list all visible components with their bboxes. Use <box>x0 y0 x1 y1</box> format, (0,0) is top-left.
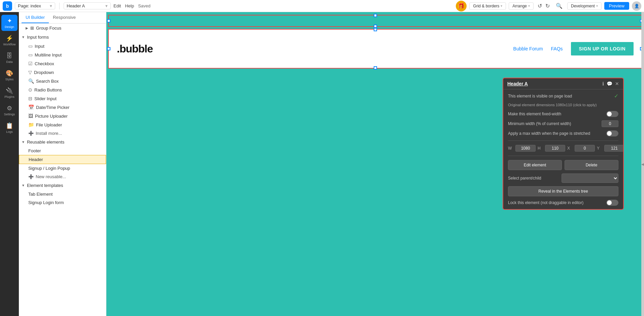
search-button[interactable]: 🔍 <box>554 2 565 10</box>
element-datetime-picker[interactable]: 📅 Date/Time Picker <box>19 103 106 112</box>
main-layout: ✦ Design ⚡ Workflow 🗄 Data 🎨 Styles 🔌 Pl… <box>0 12 644 316</box>
edit-delete-row: Edit element Delete <box>508 160 618 170</box>
header-handle-left[interactable] <box>107 47 110 50</box>
parent-child-select[interactable] <box>562 173 618 183</box>
preview-button[interactable]: Preview <box>604 2 629 10</box>
slider-icon: ⊟ <box>28 96 32 101</box>
element-footer[interactable]: Footer <box>19 147 106 155</box>
nav-logs[interactable]: 📋 Logs <box>1 120 18 136</box>
max-width-label: Apply a max width when the page is stret… <box>508 131 604 136</box>
radio-icon: ⊙ <box>28 87 32 92</box>
nav-styles[interactable]: 🎨 Styles <box>1 67 18 83</box>
element-search-box[interactable]: 🔍 Search Box <box>19 77 106 85</box>
plugins-icon: 🔌 <box>6 87 13 94</box>
element-dropdown[interactable]: ▽ Dropdown <box>19 68 106 77</box>
comment-icon[interactable]: 💬 <box>607 81 612 86</box>
w-input[interactable] <box>515 145 536 152</box>
header-nav: Bubble Forum FAQs SIGN UP OR LOGIN <box>513 42 634 55</box>
undo-button[interactable]: ↺ <box>536 2 543 10</box>
section-group-focus[interactable]: ▶ ⊞ Group Focus <box>19 24 106 33</box>
element-header[interactable]: Header <box>19 155 106 164</box>
element-tab-element[interactable]: Tab Element <box>19 190 106 198</box>
max-width-toggle[interactable] <box>606 130 618 136</box>
header-handle-top[interactable] <box>374 28 377 31</box>
info-icon[interactable]: ℹ <box>602 81 604 86</box>
help-menu[interactable]: Help <box>125 3 134 8</box>
h-input[interactable] <box>545 145 565 152</box>
canvas-area[interactable]: .bubble Bubble Forum FAQs SIGN UP OR LOG… <box>106 12 644 316</box>
app-logo[interactable]: b <box>3 1 12 11</box>
min-width-label: Minimum width (% of current width) <box>508 121 599 126</box>
edit-element-button[interactable]: Edit element <box>508 160 562 170</box>
design-icon: ✦ <box>7 17 12 25</box>
gift-button[interactable]: 🎁 <box>456 1 467 11</box>
grid-borders-button[interactable]: Grid & borders ▾ <box>469 2 506 10</box>
development-button[interactable]: Development ▾ <box>567 2 602 10</box>
y-input[interactable] <box>604 145 624 152</box>
element-signup-login-form[interactable]: Signup Login form <box>19 198 106 207</box>
nav-design[interactable]: ✦ Design <box>1 15 18 31</box>
element-signup-login-popup[interactable]: Signup / Login Popup <box>19 164 106 172</box>
undo-redo-group: ↺ ↻ <box>536 2 551 10</box>
nav-plugins[interactable]: 🔌 Plugins <box>1 85 18 101</box>
edit-menu[interactable]: Edit <box>113 3 121 8</box>
element-input[interactable]: ▭ Input <box>19 42 106 50</box>
lock-element-row: Lock this element (not draggable in edit… <box>508 200 618 206</box>
user-avatar[interactable]: 👤 <box>632 1 641 11</box>
section-reusable-elements[interactable]: ▼ Reusable elements <box>19 137 106 147</box>
handle-left[interactable] <box>107 19 110 23</box>
tab-ui-builder[interactable]: UI Builder <box>22 12 49 23</box>
header-cta-button[interactable]: SIGN UP OR LOGIN <box>571 42 634 55</box>
x-input[interactable] <box>575 145 595 152</box>
page-selector[interactable]: Page: index ▾ <box>15 2 55 9</box>
element-picture-uploader[interactable]: 🖼 Picture Uploader <box>19 112 106 120</box>
visible-on-load-label: This element is visible on page load <box>508 94 611 98</box>
nav-data[interactable]: 🗄 Data <box>1 50 18 66</box>
original-dimensions-label[interactable]: Original element dimensions 1080x110 (cl… <box>508 103 597 108</box>
fixed-width-toggle[interactable] <box>606 111 618 117</box>
nav-link-faqs[interactable]: FAQs <box>551 46 563 51</box>
nav-link-forum[interactable]: Bubble Forum <box>513 46 543 51</box>
redo-button[interactable]: ↻ <box>544 2 551 10</box>
header-handle-bottom[interactable] <box>374 66 377 70</box>
element-slider-input[interactable]: ⊟ Slider Input <box>19 94 106 103</box>
element-radio-buttons[interactable]: ⊙ Radio Buttons <box>19 85 106 94</box>
close-icon[interactable]: ✕ <box>615 81 619 86</box>
min-width-input[interactable] <box>602 120 618 127</box>
logs-icon: 📋 <box>6 122 13 129</box>
canvas-background: .bubble Bubble Forum FAQs SIGN UP OR LOG… <box>106 12 644 316</box>
canvas-resize-handle[interactable] <box>641 12 644 316</box>
element-checkbox[interactable]: ☑ Checkbox <box>19 59 106 68</box>
handle-top[interactable] <box>374 14 377 17</box>
fixed-width-row: Make this element fixed-width <box>508 111 618 117</box>
tab-responsive[interactable]: Responsive <box>49 12 80 23</box>
props-icons: ℹ 💬 ✕ <box>602 81 619 86</box>
top-bar: b Page: index ▾ Header A ▾ Edit Help Sav… <box>0 0 644 12</box>
fixed-width-label: Make this element fixed-width <box>508 112 604 116</box>
delete-button[interactable]: Delete <box>565 160 618 170</box>
original-dimensions-row[interactable]: Original element dimensions 1080x110 (cl… <box>508 103 618 108</box>
input-icon: ▭ <box>28 43 33 49</box>
section-input-forms[interactable]: ▼ Input forms <box>19 33 106 42</box>
dimensions-row: W H X Y <box>508 145 618 152</box>
element-file-uploader[interactable]: 📁 File Uploader <box>19 120 106 129</box>
install-more-input-forms[interactable]: ➕ Install more... <box>19 129 106 137</box>
nav-workflow[interactable]: ⚡ Workflow <box>1 32 18 48</box>
nav-settings[interactable]: ⚙ Settings <box>1 102 18 118</box>
plus-icon-reusable: ➕ <box>28 174 34 179</box>
saved-status: Saved <box>138 3 150 8</box>
icon-nav: ✦ Design ⚡ Workflow 🗄 Data 🎨 Styles 🔌 Pl… <box>0 12 19 316</box>
caret-templates: ▼ <box>22 184 25 187</box>
top-bar-right: 🎁 Grid & borders ▾ Arrange ▾ ↺ ↻ 🔍 Devel… <box>456 1 641 11</box>
checkbox-icon: ☑ <box>28 61 33 66</box>
header-selector[interactable]: Header A ▾ <box>64 2 111 9</box>
section-element-templates[interactable]: ▼ Element templates <box>19 181 106 190</box>
workflow-icon: ⚡ <box>6 35 13 42</box>
lock-element-toggle[interactable] <box>606 200 618 206</box>
arrange-button[interactable]: Arrange ▾ <box>509 2 534 10</box>
reveal-elements-tree-button[interactable]: Reveal in the Elements tree <box>508 186 618 196</box>
new-reusable[interactable]: ➕ New reusable... <box>19 172 106 181</box>
lock-element-label: Lock this element (not draggable in edit… <box>508 200 604 205</box>
element-multiline-input[interactable]: ▭ Multiline Input <box>19 50 106 59</box>
handle-bottom[interactable] <box>374 25 377 28</box>
